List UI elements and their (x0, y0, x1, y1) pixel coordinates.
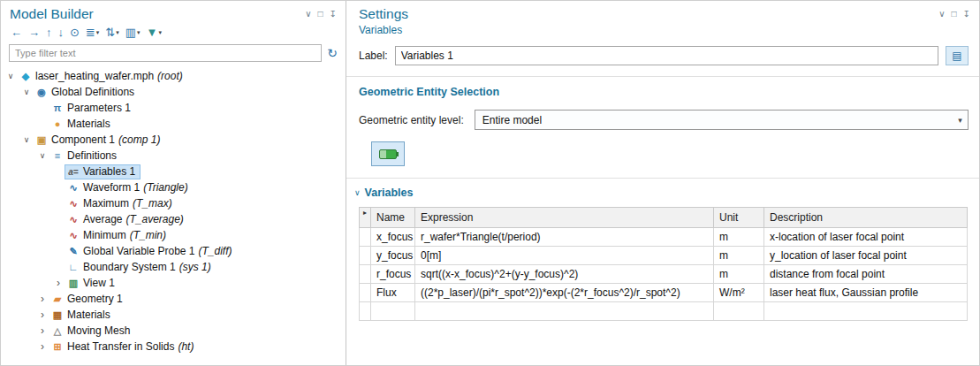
float-icon[interactable]: □ (952, 9, 957, 19)
tree-item-waveform-1[interactable]: ∿Waveform 1(Triangle) (1, 179, 346, 195)
chevron-right-icon[interactable]: › (52, 278, 65, 287)
node-text-button[interactable]: ≣▾ (84, 26, 101, 40)
tree-item-content[interactable]: ◆laser_heating_wafer.mph(root) (17, 69, 188, 84)
expression-cell[interactable]: 0[m] (415, 247, 714, 265)
row-selector-cell[interactable] (360, 284, 371, 302)
tree-item-content[interactable]: ≡Definitions (49, 149, 122, 164)
tree-item-laser-heating-wafer-mph[interactable]: ∨◆laser_heating_wafer.mph(root) (1, 68, 346, 84)
unit-cell[interactable]: W/m² (714, 284, 764, 302)
table-row[interactable]: y_focus0[m]my_location of laser focal po… (360, 247, 968, 265)
tree-item-content[interactable]: ∿Maximum(T_max) (65, 196, 178, 211)
table-row[interactable]: Flux((2*p_laser)/(pi*r_spot^2))*exp(-(2*… (360, 284, 968, 302)
tree-item-materials[interactable]: ●Materials (1, 116, 346, 132)
description-cell[interactable]: y_location of laser focal point (764, 247, 968, 265)
node-options-button[interactable]: ▼▾ (145, 26, 163, 40)
col-header-unit[interactable]: Unit (714, 208, 764, 228)
tree-item-average[interactable]: ∿Average(T_average) (1, 211, 346, 227)
tree-item-content[interactable]: ∿Average(T_average) (65, 212, 189, 227)
tree-item-content[interactable]: △Moving Mesh (49, 324, 135, 339)
pin-icon[interactable]: ↧ (963, 9, 970, 19)
tree-item-content[interactable]: ⊞Heat Transfer in Solids(ht) (49, 339, 199, 355)
entity-level-select[interactable]: Entire model ▾ (475, 110, 969, 130)
tree-item-view-1[interactable]: ›▥View 1 (1, 275, 346, 291)
tree-item-minimum[interactable]: ∿Minimum(T_min) (1, 227, 346, 243)
move-down-button[interactable]: ↓ (57, 26, 66, 40)
expression-cell[interactable]: ((2*p_laser)/(pi*r_spot^2))*exp(-(2*r_fo… (415, 284, 714, 302)
tree-item-materials[interactable]: ›▦Materials (1, 307, 346, 323)
description-cell[interactable] (764, 302, 968, 321)
unit-cell[interactable]: m (714, 247, 764, 265)
tree-item-content[interactable]: ▰Geometry 1 (49, 292, 128, 307)
tree-item-moving-mesh[interactable]: ›△Moving Mesh (1, 323, 346, 339)
name-cell[interactable]: y_focus (371, 247, 415, 265)
sort-button[interactable]: ⇅▾ (103, 26, 120, 40)
description-cell[interactable]: x-location of laser focal point (764, 228, 968, 247)
tree-item-content[interactable]: ▥View 1 (65, 276, 120, 291)
columns-button[interactable]: ▥▾ (124, 26, 142, 40)
tree-item-geometry-1[interactable]: ›▰Geometry 1 (1, 291, 346, 307)
chevron-down-icon[interactable]: ∨ (20, 88, 33, 96)
tree-item-content[interactable]: ▣Component 1(comp 1) (33, 133, 165, 148)
expression-cell[interactable]: sqrt((x-x_focus)^2+(y-y_focus)^2) (415, 265, 714, 284)
refresh-icon[interactable]: ↻ (327, 47, 338, 59)
row-selector-cell[interactable] (360, 302, 371, 321)
float-icon[interactable]: □ (318, 9, 323, 19)
tree-item-maximum[interactable]: ∿Maximum(T_max) (1, 195, 346, 211)
unit-cell[interactable] (714, 302, 764, 321)
name-cell[interactable] (371, 302, 415, 321)
label-input[interactable] (395, 46, 938, 65)
chevron-down-icon[interactable]: ∨ (20, 135, 33, 144)
unit-cell[interactable]: m (714, 228, 764, 247)
tree-item-content[interactable]: ∟Boundary System 1(sys 1) (65, 260, 217, 275)
chevron-right-icon[interactable]: › (36, 342, 49, 351)
tree-item-global-variable-probe-1[interactable]: ✎Global Variable Probe 1(T_diff) (1, 243, 346, 259)
chevron-down-icon[interactable]: ∨ (4, 72, 17, 80)
unit-cell[interactable]: m (714, 265, 764, 284)
table-row[interactable]: r_focussqrt((x-x_focus)^2+(y-y_focus)^2)… (360, 265, 968, 284)
forward-arrow-button[interactable]: → (27, 26, 42, 40)
chevron-down-icon[interactable]: ∨ (305, 9, 311, 19)
tree-item-component-1[interactable]: ∨▣Component 1(comp 1) (1, 132, 346, 148)
edit-label-button[interactable]: ▤ (946, 46, 969, 65)
name-cell[interactable]: r_focus (371, 265, 415, 284)
filter-input[interactable] (9, 44, 322, 62)
tree-item-content[interactable]: ∿Waveform 1(Triangle) (65, 180, 194, 195)
row-selector-cell[interactable] (360, 247, 371, 265)
expression-cell[interactable] (415, 302, 714, 321)
table-row[interactable]: x_focusr_wafer*Triangle(t/period)mx-loca… (360, 228, 968, 247)
description-cell[interactable]: laser heat flux, Gaussian profile (764, 284, 968, 302)
col-header-name[interactable]: Name (371, 208, 415, 228)
tree-item-global-definitions[interactable]: ∨◉Global Definitions (1, 84, 346, 100)
tree-item-content[interactable]: ●Materials (49, 117, 116, 132)
col-header-expression[interactable]: Expression (415, 208, 714, 228)
row-selector-cell[interactable] (360, 265, 371, 284)
move-up-button[interactable]: ↑ (44, 26, 54, 40)
tree-item-heat-transfer-in-solids[interactable]: ›⊞Heat Transfer in Solids(ht) (1, 339, 346, 355)
show-button[interactable]: ⊙ (68, 26, 81, 40)
tree-item-content[interactable]: a=Variables 1 (65, 164, 141, 179)
chevron-right-icon[interactable]: › (36, 310, 49, 319)
tree-item-boundary-system-1[interactable]: ∟Boundary System 1(sys 1) (1, 259, 346, 275)
variables-section-heading[interactable]: ∨ Variables (353, 187, 969, 199)
expression-cell[interactable]: r_wafer*Triangle(t/period) (415, 228, 714, 247)
pin-icon[interactable]: ↧ (330, 9, 337, 19)
back-arrow-button[interactable]: ← (9, 26, 24, 40)
chevron-right-icon[interactable]: › (36, 294, 49, 303)
active-toggle-button[interactable] (371, 141, 405, 166)
tree-item-variables-1[interactable]: a=Variables 1 (1, 164, 346, 179)
name-cell[interactable]: Flux (371, 284, 415, 302)
chevron-down-icon[interactable]: ∨ (36, 151, 49, 160)
chevron-down-icon[interactable]: ∨ (938, 9, 945, 19)
row-selector-cell[interactable] (360, 228, 371, 247)
tree-item-content[interactable]: ▦Materials (49, 308, 116, 323)
chevron-right-icon[interactable]: › (36, 326, 49, 335)
col-header-description[interactable]: Description (764, 208, 968, 228)
name-cell[interactable]: x_focus (371, 228, 415, 247)
tree-item-content[interactable]: ✎Global Variable Probe 1(T_diff) (65, 244, 238, 259)
description-cell[interactable]: distance from focal point (764, 265, 968, 284)
tree-item-content[interactable]: ∿Minimum(T_min) (65, 228, 171, 243)
tree-item-content[interactable]: ◉Global Definitions (33, 85, 140, 100)
tree-item-content[interactable]: πParameters 1 (49, 101, 136, 116)
tree-item-parameters-1[interactable]: πParameters 1 (1, 100, 346, 116)
table-row[interactable] (360, 302, 968, 321)
